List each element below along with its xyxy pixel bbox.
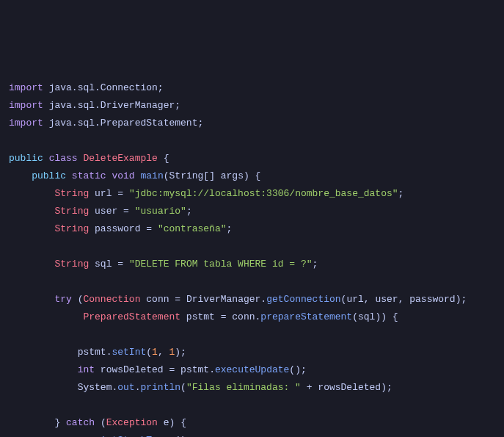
code-editor[interactable]: import java.sql.Connection;import java.s… bbox=[9, 79, 495, 437]
code-line: public static void main(String[] args) { bbox=[9, 167, 495, 185]
params: String[] args bbox=[169, 170, 244, 181]
keyword-public: public bbox=[32, 170, 66, 181]
blank-line bbox=[9, 326, 495, 344]
string-literal: "usuario" bbox=[135, 206, 186, 217]
type-string: String bbox=[54, 188, 89, 199]
code-line: String sql = "DELETE FROM tabla WHERE id… bbox=[9, 256, 495, 273]
var-conn: conn bbox=[146, 294, 169, 305]
code-line: int rowsDeleted = pstmt.executeUpdate(); bbox=[9, 361, 495, 379]
var-user: user bbox=[95, 206, 117, 217]
type-connection: Connection bbox=[83, 294, 140, 305]
var-url: url bbox=[95, 188, 112, 199]
code-line: import java.sql.Connection; bbox=[9, 79, 495, 97]
method-setint: setInt bbox=[112, 347, 146, 358]
code-line: import java.sql.PreparedStatement; bbox=[9, 115, 495, 132]
method-preparestatement: prepareStatement bbox=[260, 311, 352, 322]
var-e: e bbox=[164, 417, 169, 428]
code-line: import java.sql.DriverManager; bbox=[9, 97, 495, 115]
var-password: password bbox=[95, 223, 140, 234]
blank-line bbox=[9, 397, 495, 414]
method-println: println bbox=[140, 382, 180, 393]
class-name: DeleteExample bbox=[83, 153, 157, 164]
var-sql: sql bbox=[95, 259, 112, 270]
type-string: String bbox=[54, 223, 89, 234]
blank-line bbox=[9, 238, 495, 256]
code-line: String user = "usuario"; bbox=[9, 203, 495, 220]
type-exception: Exception bbox=[106, 417, 158, 428]
var-pstmt: pstmt bbox=[186, 311, 215, 322]
keyword-public: public bbox=[9, 153, 43, 164]
code-line: PreparedStatement pstmt = conn.prepareSt… bbox=[9, 308, 495, 326]
string-literal: "DELETE FROM tabla WHERE id = ?" bbox=[129, 259, 313, 270]
type-string: String bbox=[54, 206, 89, 217]
code-line: e.printStackTrace(); bbox=[9, 432, 495, 437]
method-main: main bbox=[141, 170, 164, 181]
drivermanager: DriverManager bbox=[186, 294, 260, 305]
keyword-import: import bbox=[9, 100, 43, 111]
number-literal: 1 bbox=[152, 347, 158, 358]
import-path: java.sql.Connection bbox=[49, 82, 158, 93]
keyword-class: class bbox=[49, 153, 78, 164]
method-getconnection: getConnection bbox=[266, 294, 340, 305]
keyword-import: import bbox=[9, 82, 43, 93]
type-preparedstatement: PreparedStatement bbox=[83, 311, 180, 322]
string-literal: "contraseña" bbox=[158, 223, 227, 234]
type-string: String bbox=[54, 259, 89, 270]
code-line: String url = "jdbc:mysql://localhost:330… bbox=[9, 185, 495, 203]
blank-line bbox=[9, 132, 495, 150]
system: System bbox=[78, 382, 112, 393]
code-line: String password = "contraseña"; bbox=[9, 220, 495, 238]
string-literal: "Filas eliminadas: " bbox=[186, 382, 301, 393]
string-literal: "jdbc:mysql://localhost:3306/nombre_base… bbox=[129, 188, 398, 199]
method-executeupdate: executeUpdate bbox=[215, 364, 289, 375]
import-path: java.sql.DriverManager bbox=[49, 100, 175, 111]
keyword-try: try bbox=[54, 294, 71, 305]
code-line: pstmt.setInt(1, 1); bbox=[9, 344, 495, 361]
code-line: try (Connection conn = DriverManager.get… bbox=[9, 291, 495, 308]
keyword-catch: catch bbox=[66, 417, 95, 428]
keyword-void: void bbox=[112, 170, 134, 181]
out: out bbox=[117, 382, 134, 393]
keyword-import: import bbox=[9, 118, 43, 129]
code-line: } catch (Exception e) { bbox=[9, 414, 495, 432]
var-rowsdeleted: rowsDeleted bbox=[101, 364, 164, 375]
keyword-int: int bbox=[78, 364, 95, 375]
code-line: System.out.println("Filas eliminadas: " … bbox=[9, 379, 495, 397]
import-path: java.sql.PreparedStatement bbox=[49, 118, 198, 129]
blank-line bbox=[9, 273, 495, 291]
code-line: public class DeleteExample { bbox=[9, 150, 495, 167]
keyword-static: static bbox=[72, 170, 106, 181]
